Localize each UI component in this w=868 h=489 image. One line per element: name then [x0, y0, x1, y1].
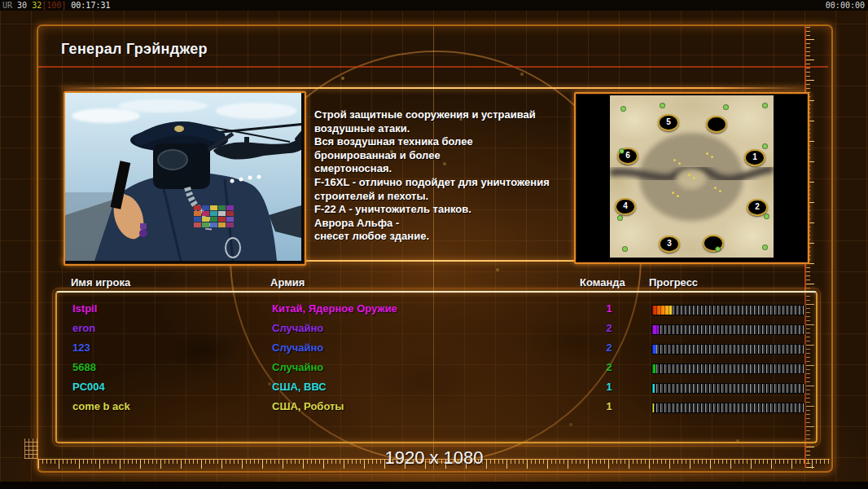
progress-bar-fill	[652, 384, 655, 393]
debug-part: [100]	[42, 1, 71, 10]
progress-bar-fill	[652, 306, 672, 315]
bottom-edge	[0, 482, 868, 489]
player-name: PC004	[72, 381, 105, 393]
player-team: 1	[594, 400, 624, 412]
map-resource-dot-icon	[618, 216, 622, 220]
debug-part: 32	[32, 1, 42, 10]
debug-readout: UR 30 32[100] 00:17:31	[2, 0, 110, 11]
briefing-text: Строй защитные сооружения и устраивай во…	[314, 108, 572, 244]
player-army: Случайно	[272, 322, 323, 334]
map-resource-dot-icon	[623, 247, 627, 251]
player-team: 2	[594, 322, 624, 334]
portrait-art	[65, 93, 301, 261]
map-unit-dot-icon	[678, 162, 681, 165]
player-name: Istpil	[72, 302, 97, 315]
player-row: 5688 Случайно 2	[57, 359, 816, 378]
mission-timer: 00:00:00	[826, 0, 865, 11]
map-resource-dot-icon	[765, 214, 769, 218]
map-area: 561423	[610, 95, 774, 258]
debug-part: 30	[17, 1, 32, 10]
progress-bar-fill	[652, 325, 659, 334]
player-row: come b ack США, Роботы 1	[57, 398, 816, 417]
progress-bar-fill	[652, 345, 656, 354]
debug-part: UR	[2, 1, 17, 10]
player-army: США, ВВС	[272, 381, 327, 393]
progress-bar	[651, 305, 805, 315]
player-army: Случайно	[272, 341, 323, 354]
progress-bar	[651, 363, 805, 374]
resolution-text: 1920 x 1080	[0, 447, 868, 469]
progress-bar	[651, 344, 805, 355]
map-start-marker: 1	[744, 149, 765, 166]
map-resource-dot-icon	[716, 247, 720, 251]
player-army: Случайно	[272, 361, 323, 373]
player-row: eron Случайно 2	[57, 319, 816, 339]
map-unit-dot-icon	[711, 156, 713, 158]
map-start-marker: 4	[615, 198, 636, 215]
header-team: Команда	[580, 276, 625, 289]
progress-bar-fill	[652, 364, 655, 373]
map-resource-dot-icon	[620, 149, 624, 153]
map-resource-dot-icon	[621, 107, 625, 111]
header-player-name: Имя игрока	[71, 276, 130, 289]
map-unit-dot-icon	[719, 190, 721, 192]
debug-topbar: UR 30 32[100] 00:17:31 00:00:00	[0, 0, 868, 11]
progress-bar-fill	[652, 403, 654, 412]
map-resource-dot-icon	[660, 104, 664, 108]
map-resource-dot-icon	[763, 144, 767, 148]
progress-bar	[651, 383, 805, 394]
player-name: eron	[72, 322, 95, 334]
map-preview-box: 561423	[574, 92, 809, 264]
player-name: come b ack	[72, 400, 130, 412]
map-unit-dot-icon	[688, 174, 690, 176]
debug-part: 00:17:31	[71, 1, 110, 10]
player-army: США, Роботы	[272, 400, 344, 412]
map-resource-dot-icon	[763, 245, 767, 249]
player-team: 2	[594, 341, 624, 354]
map-terrain	[610, 95, 774, 258]
player-team: 1	[594, 302, 624, 315]
map-unit-dot-icon	[673, 159, 676, 161]
map-unit-dot-icon	[706, 152, 708, 155]
player-army: Китай, Ядерное Оружие	[272, 302, 397, 315]
map-unit-dot-icon	[672, 192, 674, 194]
map-unit-dot-icon	[677, 195, 679, 197]
player-name: 123	[72, 341, 90, 354]
progress-bar	[651, 324, 805, 335]
map-resource-dot-icon	[763, 104, 767, 108]
player-row: 123 Случайно 2	[57, 339, 816, 359]
map-start-marker: 3	[659, 236, 680, 253]
loading-screen: { "top_bar": { "left_parts": [ {"text": …	[0, 0, 868, 489]
info-section-top-line	[61, 87, 806, 89]
map-marker-unnumbered-icon	[706, 116, 727, 133]
header-army: Армия	[270, 276, 305, 289]
map-start-marker: 2	[747, 199, 768, 216]
player-row: PC004 США, ВВС 1	[57, 378, 816, 398]
map-marker-unnumbered-icon	[703, 235, 724, 252]
general-portrait	[64, 91, 306, 266]
map-resource-dot-icon	[724, 105, 728, 109]
player-team: 1	[594, 381, 624, 393]
progress-bar	[651, 403, 805, 413]
player-row: Istpil Китай, Ядерное Оружие 1	[57, 300, 816, 319]
map-unit-dot-icon	[714, 187, 717, 189]
player-name: 5688	[72, 361, 96, 373]
map-unit-dot-icon	[693, 177, 695, 179]
map-start-marker: 5	[658, 114, 679, 131]
player-team: 2	[594, 361, 624, 373]
general-title: Генерал Грэйнджер	[61, 41, 208, 58]
player-list: Istpil Китай, Ядерное Оружие 1 eron Случ…	[55, 291, 818, 443]
header-progress: Прогресс	[649, 276, 698, 289]
